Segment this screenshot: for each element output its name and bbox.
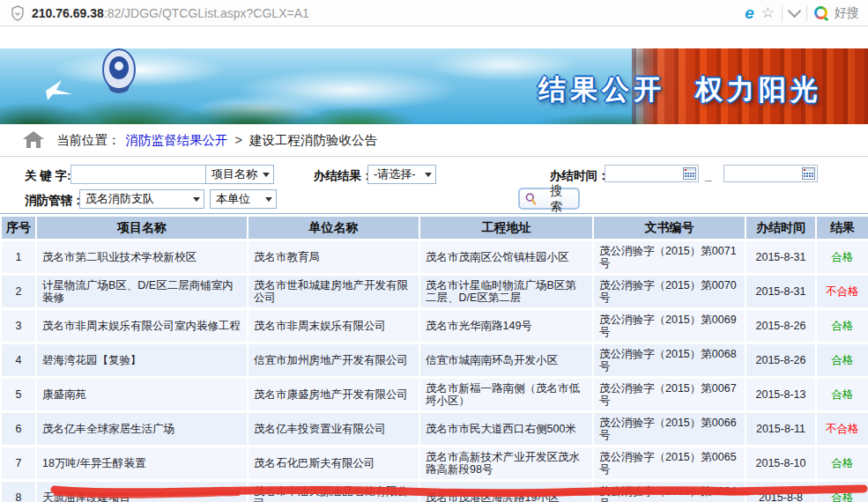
cell-result: 合格 (817, 447, 868, 479)
table-row: 718万吨/年异壬醇装置茂名石化巴斯夫有限公司茂名市高新技术产业开发区茂水路高新… (2, 447, 868, 479)
cell-date: 2015-8-26 (746, 310, 815, 342)
table-row: 8天源油库改建项目茂名市中油天源油品仓储有限公司茂名市茂港区海滨路19小区茂公消… (2, 482, 868, 502)
cell-address: 茂名市市民大道西口右侧500米 (420, 413, 592, 445)
cell-date: 2015-8-10 (746, 447, 815, 479)
cell-result: 不合格 (817, 276, 868, 307)
cell-company: 茂名市世和城建房地产开发有限公司 (249, 276, 419, 307)
favorite-star-icon[interactable]: ☆ (761, 5, 775, 20)
slogan-part-2: 权力阳光 (695, 71, 822, 108)
divider (782, 5, 783, 21)
cell-date: 2015-8-31 (746, 241, 815, 273)
cell-result: 合格 (817, 310, 868, 342)
table-row: 4碧海湾花园【复验】信宜市加州房地产开发有限公司信宜市城南南环岛开发小区茂公消验… (2, 344, 868, 376)
calendar-icon[interactable] (802, 167, 815, 180)
cell-company: 茂名市康盛房地产开发有限公司 (249, 379, 419, 410)
jurisdiction-select[interactable]: 茂名消防支队 (79, 189, 204, 209)
cell-doc: 茂公消验字（2015）第0065号 (594, 447, 745, 479)
url-field[interactable]: 210.76.69.38:82/JDGG/QTCGList.aspx?CGLX=… (32, 6, 745, 20)
cell-doc: 茂公消验字（2015）第0069号 (594, 310, 745, 342)
cell-index: 7 (2, 447, 35, 479)
top-white-gap (0, 26, 868, 48)
cell-project: 天源油库改建项目 (37, 482, 247, 502)
cell-address: 信宜市城南南环岛开发小区 (420, 344, 592, 376)
search-button-label: 搜 索 (542, 183, 573, 215)
result-badge: 合格 (832, 251, 854, 263)
date-from-input[interactable] (605, 165, 699, 182)
cell-result: 不合格 (817, 413, 868, 445)
table-body: 1茂名市第二职业技术学校新校区茂名市教育局茂名市茂南区公馆镇桂园小区茂公消验字（… (2, 241, 868, 502)
date-to-input[interactable] (723, 165, 818, 182)
result-badge: 合格 (832, 457, 854, 469)
site-banner: 结果公开 权力阳光 (0, 48, 868, 124)
results-table-wrap: 序号项目名称单位名称工程地址文书编号办结时间结果 1茂名市第二职业技术学校新校区… (0, 213, 868, 502)
dove-icon (44, 80, 74, 101)
unit-value: 本单位 (216, 191, 250, 207)
cell-date: 2015-8-26 (746, 344, 815, 376)
result-badge: 不合格 (826, 285, 859, 298)
column-header: 工程地址 (420, 217, 592, 239)
cell-doc: 茂公消验字（2015）第0070号 (594, 276, 745, 307)
breadcrumb-current: 建设工程消防验收公告 (249, 132, 377, 149)
cell-project: 茂名市第二职业技术学校新校区 (37, 241, 247, 273)
result-filter-label: 办结结果： (314, 168, 374, 184)
calendar-icon[interactable] (683, 167, 696, 180)
cell-address: 茂名市茂港区海滨路19小区 (420, 482, 592, 502)
results-table: 序号项目名称单位名称工程地址文书编号办结时间结果 1茂名市第二职业技术学校新校区… (0, 214, 868, 502)
browser-address-bar: 210.76.69.38:82/JDGG/QTCGList.aspx?CGLX=… (0, 0, 868, 26)
police-badge-icon (99, 48, 139, 94)
browser-actions: e ☆ 好搜 (745, 4, 859, 21)
keyword-input[interactable] (70, 165, 206, 184)
table-row: 3茂名市非周末娱乐有限公司室内装修工程茂名市非周末娱乐有限公司茂名市光华南路14… (2, 310, 868, 342)
cell-company: 茂名市非周末娱乐有限公司 (249, 310, 419, 342)
cell-date: 2015-8-13 (746, 379, 815, 410)
dropdown-arrow-icon (425, 173, 432, 177)
breadcrumb-link-results[interactable]: 消防监督结果公开 (126, 132, 228, 149)
cell-doc: 茂公消验字（2015）第0068号 (594, 344, 745, 376)
cell-company: 信宜市加州房地产开发有限公司 (249, 344, 419, 376)
search-field-select[interactable]: 项目名称 (205, 165, 274, 184)
cell-company: 茂名亿丰投资置业有限公司 (249, 413, 419, 445)
chevron-down-icon[interactable] (788, 4, 802, 18)
cell-project: 计星物流广场B区、D/E区二层商铺室内装修 (37, 276, 247, 307)
result-badge: 合格 (832, 320, 854, 332)
url-host: 210.76.69.38 (32, 6, 104, 20)
breadcrumb-label: 当前位置： (56, 132, 121, 149)
search-button[interactable]: 搜 索 (518, 188, 580, 210)
search-form: 关 键 字: 项目名称 办结结果： -请选择- 办结时间： _ (0, 157, 868, 213)
jurisdiction-label: 消防管辖： (25, 193, 85, 209)
cell-project: 碧海湾花园【复验】 (37, 344, 247, 376)
cell-company: 茂名石化巴斯夫有限公司 (249, 447, 419, 479)
result-filter-value: -请选择- (374, 166, 416, 182)
divider (806, 5, 807, 21)
cell-index: 1 (2, 241, 35, 273)
dropdown-arrow-icon (265, 197, 272, 202)
cell-doc: 茂公消验字（2015）第0066号 (594, 413, 745, 445)
security-shield-icon (11, 5, 25, 21)
column-header: 单位名称 (249, 217, 419, 239)
cell-project: 康盛南苑 (37, 379, 247, 410)
cell-doc: 茂公消验字（2015）第0064号 (594, 482, 745, 502)
cell-company: 茂名市教育局 (249, 241, 419, 273)
ie-icon: e (745, 4, 754, 21)
cell-result: 合格 (817, 482, 868, 502)
result-filter-select[interactable]: -请选择- (367, 165, 436, 184)
unit-select[interactable]: 本单位 (210, 189, 277, 209)
banner-slogan: 结果公开 权力阳光 (538, 71, 822, 108)
cell-index: 8 (2, 482, 35, 502)
result-badge: 不合格 (826, 423, 859, 435)
search-engine-label[interactable]: 好搜 (835, 5, 859, 21)
cell-date: 2015-8-8 (746, 482, 815, 502)
haosou-search-icon[interactable] (814, 6, 827, 19)
column-header: 结果 (817, 217, 868, 239)
date-range-separator: _ (705, 169, 712, 182)
cell-address: 茂名市高新技术产业开发区茂水路高新段98号 (420, 447, 592, 479)
time-filter-label: 办结时间： (550, 168, 610, 184)
table-row: 6茂名亿丰全球家居生活广场茂名亿丰投资置业有限公司茂名市市民大道西口右侧500米… (2, 413, 868, 445)
column-header: 办结时间 (746, 217, 815, 239)
table-header-row: 序号项目名称单位名称工程地址文书编号办结时间结果 (2, 217, 868, 239)
table-row: 2计星物流广场B区、D/E区二层商铺室内装修茂名市世和城建房地产开发有限公司茂名… (2, 276, 868, 307)
cell-address: 茂名市茂南区公馆镇桂园小区 (420, 241, 592, 273)
home-icon[interactable] (23, 131, 44, 149)
result-badge: 合格 (832, 388, 854, 401)
cell-date: 2015-8-31 (746, 276, 815, 307)
